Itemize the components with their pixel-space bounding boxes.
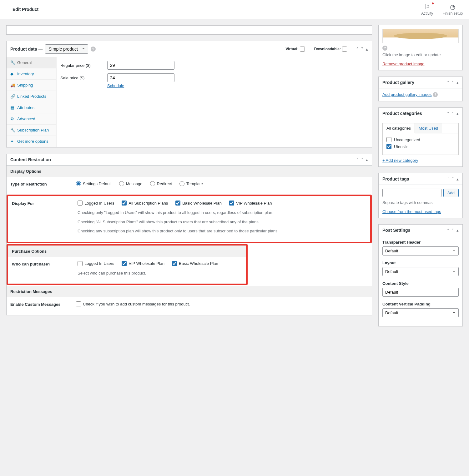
word-count-bar xyxy=(6,25,372,35)
chevron-up-icon[interactable]: ˄ xyxy=(356,47,359,52)
downloadable-checkbox[interactable] xyxy=(342,47,347,52)
downloadable-toggle[interactable]: Downloadable: xyxy=(314,47,347,52)
display-for-all-plans[interactable]: All Subscription Plans xyxy=(122,201,168,206)
chevron-up-icon[interactable]: ˄ xyxy=(356,157,359,162)
display-help-3: Checking any subscription plan will show… xyxy=(78,228,366,234)
enable-custom-messages[interactable]: Check if you wish to add custom messages… xyxy=(76,301,190,306)
tab-shipping[interactable]: 🚚Shipping xyxy=(7,80,56,91)
chevron-up-icon[interactable]: ˄ xyxy=(447,228,449,233)
chevron-down-icon[interactable]: ˅ xyxy=(452,177,454,181)
display-for-highlight: Display For Logged In Users All Subscrip… xyxy=(7,195,372,243)
restriction-redirect[interactable]: Redirect xyxy=(150,181,172,186)
category-list: Uncategorized Utensils xyxy=(382,133,459,155)
image-click-text: Click the image to edit or update xyxy=(382,52,459,57)
tab-all-categories[interactable]: All categories xyxy=(383,123,415,133)
collapse-icon[interactable]: ▴ xyxy=(456,111,459,116)
chevron-up-icon[interactable]: ˄ xyxy=(447,111,449,116)
choose-tags-link[interactable]: Choose from the most used tags xyxy=(382,209,441,214)
wrench-icon: 🔧 xyxy=(10,128,15,132)
collapse-icon[interactable]: ▴ xyxy=(456,228,459,233)
layout-label: Layout xyxy=(382,260,459,265)
tab-inventory[interactable]: ◆Inventory xyxy=(7,68,56,80)
clock-icon: ◔ xyxy=(442,3,463,11)
product-image-box: ? Click the image to edit or update Remo… xyxy=(378,25,463,70)
help-icon[interactable]: ? xyxy=(433,92,438,97)
collapse-icon[interactable]: ▴ xyxy=(456,177,459,181)
chevron-down-icon[interactable]: ˅ xyxy=(452,111,454,116)
layout-select[interactable]: Default xyxy=(382,267,459,276)
content-style-select[interactable]: Default xyxy=(382,288,459,297)
product-tags-box: Product tags ˄˅▴ Add Separate tags with … xyxy=(378,173,463,218)
type-restriction-label: Type of Restriction xyxy=(10,181,76,186)
product-data-heading: Product data — xyxy=(10,47,43,52)
tab-linked[interactable]: 🔗Linked Products xyxy=(7,91,56,102)
add-tag-button[interactable]: Add xyxy=(443,189,459,197)
chevron-up-icon[interactable]: ˄ xyxy=(447,80,449,85)
transparent-header-label: Transparent Header xyxy=(382,240,459,245)
sale-price-input[interactable] xyxy=(107,73,174,82)
regular-price-label: Regular price ($) xyxy=(60,63,107,68)
activity-label: Activity xyxy=(421,11,433,16)
restriction-settings-default[interactable]: Settings Default xyxy=(76,181,112,186)
product-image-preview[interactable] xyxy=(382,29,459,43)
link-icon: 🔗 xyxy=(10,94,15,99)
transparent-header-select[interactable]: Default xyxy=(382,246,459,255)
inventory-icon: ◆ xyxy=(10,72,15,76)
category-tabs: All categories Most Used xyxy=(382,123,459,133)
product-data-header: Product data — Simple product ? Virtual:… xyxy=(7,41,372,57)
wrench-icon: 🔧 xyxy=(10,60,15,65)
chevron-down-icon[interactable]: ˅ xyxy=(452,228,454,233)
cat-utensils[interactable]: Utensils xyxy=(386,144,455,149)
vertical-padding-select[interactable]: Default xyxy=(382,308,459,317)
virtual-toggle[interactable]: Virtual: xyxy=(286,47,305,52)
general-panel: Regular price ($) Sale price ($) Schedul… xyxy=(57,57,372,147)
collapse-icon[interactable]: ▴ xyxy=(456,80,459,85)
collapse-icon[interactable]: ▴ xyxy=(366,157,368,162)
tag-input[interactable] xyxy=(382,189,441,197)
chevron-down-icon[interactable]: ˅ xyxy=(361,157,363,162)
gallery-heading: Product gallery xyxy=(382,80,414,85)
cat-uncategorized[interactable]: Uncategorized xyxy=(386,137,455,142)
product-type-select[interactable]: Simple product xyxy=(45,44,88,54)
product-data-tabs: 🔧General ◆Inventory 🚚Shipping 🔗Linked Pr… xyxy=(7,57,57,147)
tab-attributes[interactable]: ▦Attributes xyxy=(7,102,56,113)
chevron-up-icon[interactable]: ˄ xyxy=(447,177,449,181)
chevron-down-icon[interactable]: ˅ xyxy=(452,80,454,85)
add-gallery-link[interactable]: Add product gallery images xyxy=(382,92,432,97)
help-icon[interactable]: ? xyxy=(382,46,387,51)
restriction-message[interactable]: Message xyxy=(119,181,143,186)
content-style-label: Content Style xyxy=(382,281,459,286)
display-for-logged-in[interactable]: Logged In Users xyxy=(78,201,114,206)
content-restriction-box: Content Restriction ˄ ˅ ▴ Display Option… xyxy=(6,154,372,315)
finish-setup-button[interactable]: ◔ Finish setup xyxy=(442,3,463,16)
tab-more[interactable]: ✦Get more options xyxy=(7,136,56,147)
display-for-vip[interactable]: VIP Wholesale Plan xyxy=(229,201,272,206)
sale-price-label: Sale price ($) xyxy=(60,76,107,80)
tab-advanced[interactable]: ⚙Advanced xyxy=(7,113,56,125)
purchase-logged-in[interactable]: Logged In Users xyxy=(78,261,114,266)
regular-price-input[interactable] xyxy=(107,61,174,70)
tab-subscription[interactable]: 🔧Subscription Plan xyxy=(7,125,56,136)
product-categories-box: Product categories ˄˅▴ All categories Mo… xyxy=(378,107,463,167)
content-restriction-heading: Content Restriction xyxy=(10,157,51,162)
activity-button[interactable]: ⚐ Activity xyxy=(421,3,433,16)
add-category-link[interactable]: + Add new category xyxy=(382,158,459,163)
tags-help: Separate tags with commas xyxy=(382,200,459,205)
collapse-icon[interactable]: ▴ xyxy=(366,47,368,52)
purchase-basic[interactable]: Basic Wholesale Plan xyxy=(172,261,218,266)
tab-general[interactable]: 🔧General xyxy=(7,57,56,68)
virtual-checkbox[interactable] xyxy=(300,47,305,52)
restriction-template[interactable]: Template xyxy=(179,181,203,186)
chevron-down-icon[interactable]: ˅ xyxy=(361,47,363,52)
display-for-label: Display For xyxy=(12,201,78,206)
schedule-link[interactable]: Schedule xyxy=(107,83,124,88)
finish-setup-label: Finish setup xyxy=(442,11,463,16)
panel-controls: ˄ ˅ ▴ xyxy=(356,47,368,52)
display-for-basic[interactable]: Basic Wholesale Plan xyxy=(175,201,222,206)
remove-image-link[interactable]: Remove product image xyxy=(382,62,424,66)
display-help-2: Checking "All Subscription Plans" will s… xyxy=(78,219,366,225)
tab-most-used[interactable]: Most Used xyxy=(415,123,442,133)
purchase-vip[interactable]: VIP Wholesale Plan xyxy=(122,261,164,266)
help-icon[interactable]: ? xyxy=(91,47,96,52)
header-actions: ⚐ Activity ◔ Finish setup xyxy=(421,3,463,16)
